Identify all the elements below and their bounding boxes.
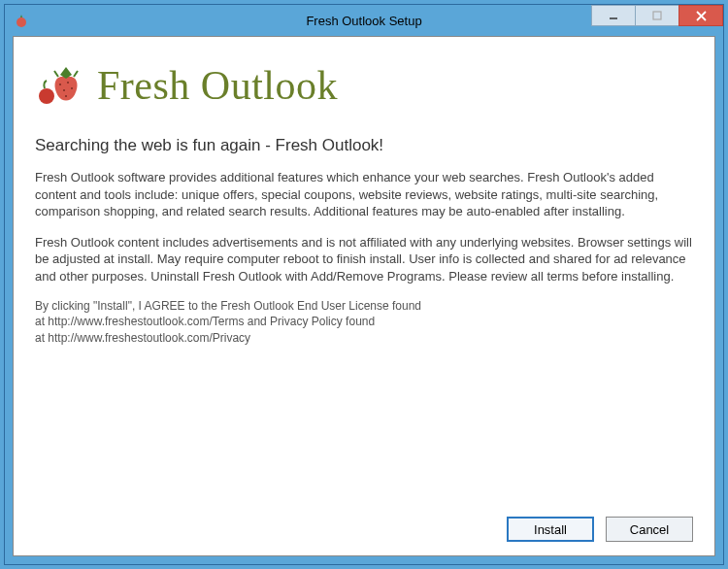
svg-point-9 xyxy=(71,87,73,89)
install-button[interactable]: Install xyxy=(507,517,594,542)
app-icon xyxy=(13,12,30,29)
description-paragraph-1: Fresh Outlook software provides addition… xyxy=(35,169,693,220)
minimize-button[interactable] xyxy=(591,5,636,26)
svg-point-8 xyxy=(63,89,65,91)
svg-point-5 xyxy=(39,88,54,104)
titlebar[interactable]: Fresh Outlook Setup xyxy=(5,5,723,36)
button-row: Install Cancel xyxy=(35,507,693,546)
window-controls xyxy=(592,5,723,28)
cancel-button[interactable]: Cancel xyxy=(606,517,693,542)
logo-text: Fresh Outlook xyxy=(97,62,338,109)
installer-window: Fresh Outlook Setup xyxy=(4,4,724,565)
svg-point-6 xyxy=(59,84,61,85)
license-text: By clicking "Install", I AGREE to the Fr… xyxy=(35,298,693,346)
headline: Searching the web is fun again - Fresh O… xyxy=(35,136,693,155)
strawberry-icon xyxy=(35,63,89,108)
window-title: Fresh Outlook Setup xyxy=(306,14,421,28)
maximize-button xyxy=(635,5,679,26)
license-line: By clicking "Install", I AGREE to the Fr… xyxy=(35,298,693,314)
license-line: at http://www.freshestoutlook.com/Terms … xyxy=(35,314,693,329)
svg-rect-2 xyxy=(653,12,661,19)
license-line: at http://www.freshestoutlook.com/Privac… xyxy=(35,330,693,346)
content-panel: Fresh Outlook Searching the web is fun a… xyxy=(13,36,715,556)
close-button[interactable] xyxy=(678,5,723,26)
svg-point-10 xyxy=(65,95,67,97)
logo: Fresh Outlook xyxy=(35,62,693,109)
svg-point-7 xyxy=(67,82,69,84)
svg-point-0 xyxy=(17,17,26,27)
description-paragraph-2: Fresh Outlook content includes advertise… xyxy=(35,234,693,285)
